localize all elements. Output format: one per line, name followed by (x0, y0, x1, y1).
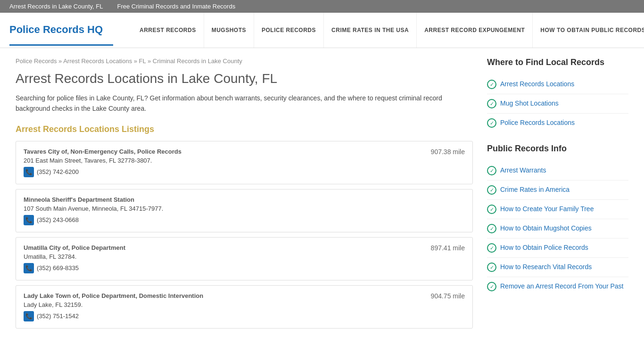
nav-arrest-records[interactable]: ARREST RECORDS (132, 13, 204, 48)
listing-address-4: Lady Lake, FL 32159. (24, 301, 465, 308)
content-area: Police Records » Arrest Records Location… (16, 58, 473, 333)
sidebar: Where to Find Local Records ✓ Arrest Rec… (487, 58, 628, 333)
listing-card: Minneola Sheriff's Department Station 10… (16, 189, 473, 232)
sidebar-link-crime-rates[interactable]: ✓ Crime Rates in America (487, 181, 628, 200)
listing-name-3: Umatilla City of, Police Department (24, 244, 465, 251)
listing-address-3: Umatilla, FL 32784. (24, 253, 465, 260)
sidebar-title-1: Where to Find Local Records (487, 58, 628, 69)
main-nav: ARREST RECORDS MUGSHOTS POLICE RECORDS C… (132, 13, 644, 48)
nav-crime-rates[interactable]: CRIME RATES IN THE USA (324, 13, 417, 48)
listing-phone-4: 📞 (352) 751-1542 (24, 311, 465, 321)
sidebar-section-1: Where to Find Local Records ✓ Arrest Rec… (487, 58, 628, 132)
listing-phone-1: 📞 (352) 742-6200 (24, 167, 465, 177)
topbar-link-2[interactable]: Free Criminal Records and Inmate Records (117, 3, 235, 10)
listing-name-2: Minneola Sheriff's Department Station (24, 196, 465, 203)
listing-card: Lady Lake Town of, Police Department, Do… (16, 285, 473, 329)
listing-distance-1: 907.38 mile (431, 148, 465, 156)
nav-expungement[interactable]: ARREST RECORD EXPUNGEMENT (417, 13, 533, 48)
sidebar-title-2: Public Records Info (487, 144, 628, 156)
sidebar-link-family-tree[interactable]: ✓ How to Create Your Family Tree (487, 200, 628, 219)
check-icon: ✓ (487, 205, 496, 214)
main-container: Police Records » Arrest Records Location… (6, 48, 638, 343)
check-icon: ✓ (487, 166, 496, 175)
sidebar-link-remove-arrest-record[interactable]: ✓ Remove an Arrest Record From Your Past (487, 277, 628, 296)
phone-icon-3: 📞 (24, 263, 34, 273)
breadcrumb-police-records[interactable]: Police Records (16, 58, 57, 65)
sidebar-link-vital-records[interactable]: ✓ How to Research Vital Records (487, 258, 628, 277)
site-logo[interactable]: Police Records HQ (9, 15, 113, 46)
listing-name-1: Tavares City of, Non-Emergency Calls, Po… (24, 148, 465, 155)
check-icon: ✓ (487, 118, 496, 128)
sidebar-link-police-records[interactable]: ✓ How to Obtain Police Records (487, 239, 628, 258)
page-description: Searching for police files in Lake Count… (16, 93, 473, 114)
nav-mugshots[interactable]: MUGSHOTS (204, 13, 254, 48)
page-title: Arrest Records Locations in Lake County,… (16, 71, 473, 86)
listing-phone-3: 📞 (352) 669-8335 (24, 263, 465, 273)
check-icon: ✓ (487, 243, 496, 253)
listing-distance-3: 897.41 mile (431, 244, 465, 252)
sidebar-link-mugshot-copies[interactable]: ✓ How to Obtain Mugshot Copies (487, 219, 628, 239)
sidebar-section-2: Public Records Info ✓ Arrest Warrants ✓ … (487, 144, 628, 296)
check-icon: ✓ (487, 185, 496, 195)
breadcrumb-arrest-records-locations[interactable]: Arrest Records Locations (63, 58, 132, 65)
section-heading: Arrest Records Locations Listings (16, 124, 473, 134)
check-icon: ✓ (487, 80, 496, 89)
sidebar-link-arrest-warrants[interactable]: ✓ Arrest Warrants (487, 161, 628, 181)
phone-icon-4: 📞 (24, 311, 34, 321)
check-icon: ✓ (487, 263, 496, 272)
listing-card: Umatilla City of, Police Department Umat… (16, 237, 473, 280)
nav-inner: Police Records HQ ARREST RECORDS MUGSHOT… (0, 13, 644, 48)
breadcrumb-fl[interactable]: FL (139, 58, 146, 65)
nav-wrapper: Police Records HQ ARREST RECORDS MUGSHOT… (0, 13, 644, 48)
nav-public-records[interactable]: HOW TO OBTAIN PUBLIC RECORDS (533, 13, 644, 48)
top-bar: Arrest Records in Lake County, FL Free C… (0, 0, 644, 13)
check-icon: ✓ (487, 99, 496, 108)
phone-icon-1: 📞 (24, 167, 34, 177)
listing-address-1: 201 East Main Street, Tavares, FL 32778-… (24, 157, 465, 164)
sidebar-link-mug-shot-locations[interactable]: ✓ Mug Shot Locations (487, 94, 628, 114)
listing-name-4: Lady Lake Town of, Police Department, Do… (24, 292, 465, 299)
listing-address-2: 107 South Main Avenue, Minneola, FL 3471… (24, 205, 465, 212)
listing-distance-4: 904.75 mile (431, 292, 465, 300)
check-icon: ✓ (487, 224, 496, 233)
topbar-link-1[interactable]: Arrest Records in Lake County, FL (9, 3, 103, 10)
listing-card: Tavares City of, Non-Emergency Calls, Po… (16, 141, 473, 184)
breadcrumb: Police Records » Arrest Records Location… (16, 58, 473, 65)
sidebar-link-arrest-records-locations[interactable]: ✓ Arrest Records Locations (487, 75, 628, 94)
breadcrumb-current: Criminal Records in Lake County (153, 58, 242, 65)
sidebar-link-police-records-locations[interactable]: ✓ Police Records Locations (487, 114, 628, 132)
check-icon: ✓ (487, 282, 496, 291)
listing-phone-2: 📞 (352) 243-0668 (24, 215, 465, 225)
nav-police-records[interactable]: POLICE RECORDS (254, 13, 324, 48)
phone-icon-2: 📞 (24, 215, 34, 225)
